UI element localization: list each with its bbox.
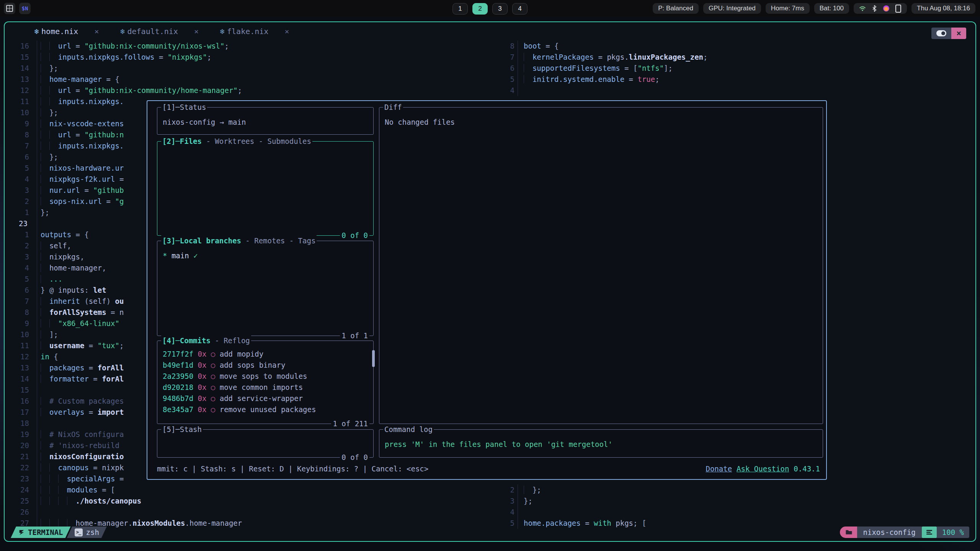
ask-question-link[interactable]: Ask Question [737, 465, 789, 473]
code-line: 5 initrd.systemd.enable = true; [496, 74, 708, 85]
nix-snowflake-icon: ❄ [120, 27, 125, 36]
tab-flake.nix[interactable]: ❄flake.nix× [220, 27, 289, 36]
line-number: 1 [9, 229, 29, 240]
statusbar-left: TERMINAL >_ zsh [11, 527, 107, 538]
scroll-percent: 100 % [937, 527, 969, 538]
tab-default.nix[interactable]: ❄default.nix× [120, 27, 199, 36]
status-pill-1[interactable]: GPU: Integrated [703, 3, 761, 14]
line-number: 6 [9, 285, 29, 296]
line-number: 11 [9, 340, 29, 351]
line-number: 18 [9, 418, 29, 429]
line-number: 14 [9, 373, 29, 385]
commit-row[interactable]: b49ef1d 0x ○ add sops binary [163, 360, 368, 371]
code-line: 6 supportedFilesystems = ["ntfs"]; [496, 63, 708, 74]
commit-row[interactable]: 8e345a7 0x ○ remove unused packages [163, 404, 368, 415]
line-number: 23 [9, 473, 29, 484]
phone-icon[interactable] [895, 5, 902, 12]
status-pill-0[interactable]: P: Balanced [653, 3, 699, 14]
tab-close-icon[interactable]: × [194, 27, 199, 36]
zellij-logo-icon [18, 529, 25, 536]
workspace-4[interactable]: 4 [512, 3, 528, 15]
commits-count: 1 of 211 [331, 418, 369, 429]
line-number: 7 [9, 296, 29, 307]
line-number: 9 [9, 318, 29, 329]
close-button[interactable]: × [951, 28, 966, 39]
line-number: 4 [9, 262, 29, 274]
line-number: 5 [9, 163, 29, 174]
commit-row[interactable]: 2a23950 0x ○ move sops to modules [163, 371, 368, 382]
line-number: 8 [496, 41, 514, 52]
line-number: 10 [9, 329, 29, 340]
tab-close-icon[interactable]: × [284, 27, 289, 36]
workspace-3[interactable]: 3 [492, 3, 508, 15]
code-line: 15 inputs.nixpkgs.follows = "nixpkgs"; [9, 52, 242, 63]
workspace-2[interactable]: 2 [472, 3, 488, 15]
line-number: 8 [9, 307, 29, 318]
lazygit-stash-panel[interactable]: [5]─Stash 0 of 0 [157, 429, 374, 458]
commit-row[interactable]: 9486b7d 0x ○ add service-wrapper [163, 393, 368, 404]
line-number: 20 [9, 440, 29, 451]
dollar-n-launcher[interactable]: $N [19, 3, 31, 14]
list-icon [926, 529, 933, 535]
status-pill-2[interactable]: Home: 7ms [766, 3, 810, 14]
code-line: 4 [496, 85, 708, 96]
tab-label: flake.nix [227, 27, 268, 36]
apps-grid-launcher[interactable] [4, 3, 15, 14]
workspace-1[interactable]: 1 [452, 3, 468, 15]
commit-graph-icon: ○ [206, 372, 219, 380]
code-line: 26 [9, 507, 242, 518]
code-line: 16 url = "github:nix-community/nixos-wsl… [9, 41, 242, 52]
line-number: 26 [9, 507, 29, 518]
line-number: 7 [496, 52, 514, 63]
donate-link[interactable]: Donate [706, 465, 732, 473]
line-number: 21 [9, 451, 29, 462]
lazygit-commits-panel[interactable]: [4]─Commits - Reflog 2717f2f 0x ○ add mo… [157, 341, 374, 424]
commit-row[interactable]: 2717f2f 0x ○ add mopidy [163, 349, 368, 360]
folder-icon [845, 529, 853, 535]
lazygit-command-log-panel[interactable]: Command log press 'M' in the files panel… [379, 429, 823, 458]
commits-scrollbar[interactable] [372, 350, 375, 367]
float-toggle-button[interactable] [931, 28, 951, 39]
code-line: 3}; [496, 496, 646, 507]
code-line: 4 [496, 507, 646, 518]
commit-graph-icon: ○ [206, 350, 219, 358]
commit-row[interactable]: d920218 0x ○ move common imports [163, 382, 368, 393]
lazygit-diff-panel[interactable]: Diff No changed files [379, 107, 823, 424]
bluetooth-icon[interactable] [871, 5, 878, 12]
line-number: 19 [9, 429, 29, 440]
code-line: 24 modules = [ [9, 484, 242, 496]
apps-grid-icon [6, 5, 13, 12]
lazygit-status-panel[interactable]: [1]─Status nixos-config → main [157, 107, 374, 135]
line-number: 4 [9, 174, 29, 185]
line-number: 16 [9, 41, 29, 52]
line-number: 2 [9, 240, 29, 251]
shell-tab[interactable]: >_ zsh [67, 527, 107, 538]
app-indicator-icon[interactable] [883, 5, 890, 12]
line-number: 22 [9, 462, 29, 473]
lazygit-files-panel[interactable]: [2]─Files - Worktrees - Submodules 0 of … [157, 141, 374, 236]
files-count: 0 of 0 [340, 230, 369, 241]
tab-home.nix[interactable]: ❄home.nix× [34, 27, 99, 36]
code-line: 7 kernelPackages = pkgs.linuxPackages_ze… [496, 52, 708, 63]
close-icon: × [956, 29, 961, 38]
line-number: 4 [496, 507, 514, 518]
commit-graph-icon: ○ [206, 383, 219, 391]
topbar-right: P: BalancedGPU: IntegratedHome: 7msBat: … [653, 3, 975, 14]
status-pill-3[interactable]: Bat: 100 [814, 3, 849, 14]
clock[interactable]: Thu Aug 08, 18:16 [911, 3, 975, 14]
lazygit-options: mmit: c | Stash: s | Reset: D | Keybindi… [157, 463, 428, 474]
line-number: 7 [9, 140, 29, 152]
top-bar: $N 1234 P: BalancedGPU: IntegratedHome: … [0, 0, 980, 17]
status-bar: TERMINAL >_ zsh nixos-config 100 % [5, 527, 975, 538]
editor-pane-right-top: 8boot = {7 kernelPackages = pkgs.linuxPa… [496, 41, 708, 96]
scroll-segment-icon [922, 527, 937, 538]
line-number: 17 [9, 407, 29, 418]
tab-close-icon[interactable]: × [94, 27, 99, 36]
lazygit-branches-panel[interactable]: [3]─Local branches - Remotes - Tags * ma… [157, 241, 374, 336]
wifi-icon[interactable] [859, 5, 866, 12]
system-tray [854, 3, 907, 14]
branches-count: 1 of 1 [340, 330, 369, 341]
line-number: 15 [9, 52, 29, 63]
mode-label: TERMINAL [28, 528, 63, 536]
commit-graph-icon: ○ [206, 361, 219, 369]
